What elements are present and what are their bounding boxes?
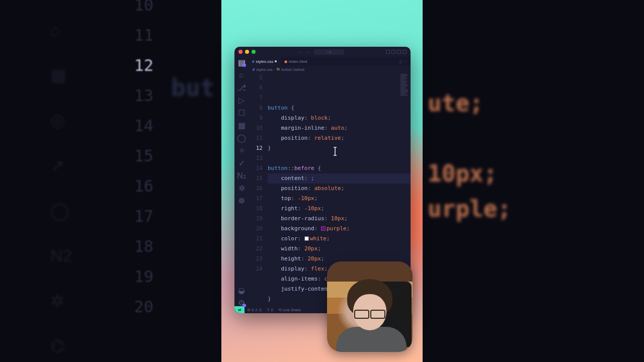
bg-code-fragment-right: ute; 10px;urple;: [428, 85, 511, 226]
layout-icon[interactable]: [403, 50, 407, 54]
activity-run-icon[interactable]: ▷: [238, 97, 245, 104]
tab-bar: #styles.css◆index.html▯⋯: [249, 57, 411, 66]
code-line-10[interactable]: [268, 153, 411, 163]
code-line-6[interactable]: display: block;: [268, 113, 411, 123]
code-line-11[interactable]: button::before {: [268, 163, 411, 173]
problems-status[interactable]: ⊘ 0 ⚠ 0: [245, 308, 264, 312]
nav-back-icon[interactable]: ←: [298, 49, 303, 55]
activity-search-icon[interactable]: ⌕: [238, 71, 245, 78]
code-line-5[interactable]: button {: [268, 103, 411, 113]
code-line-17[interactable]: background: purple;: [268, 224, 411, 234]
bg-code-fragment: but: [171, 75, 215, 100]
html-file-icon: ◆: [284, 59, 287, 64]
close-traffic-light[interactable]: [238, 50, 243, 54]
webcam-overlay: [327, 261, 413, 352]
code-line-13[interactable]: position: absolute;: [268, 184, 411, 194]
code-line-18[interactable]: color: white;: [268, 234, 411, 244]
activity-N2-icon[interactable]: N₂: [238, 172, 245, 179]
activity-settings2-icon[interactable]: ✲: [238, 185, 245, 192]
zoom-traffic-light[interactable]: [252, 50, 256, 54]
layout-controls[interactable]: [386, 50, 407, 54]
breadcrumb-selector[interactable]: button::before: [281, 67, 304, 72]
layout-icon[interactable]: [397, 50, 401, 54]
tab-styles-css[interactable]: #styles.css: [249, 57, 281, 66]
activity-copilot-icon[interactable]: ✧: [238, 147, 245, 154]
code-line-7[interactable]: margin-inline: auto;: [268, 123, 411, 133]
breadcrumb-file[interactable]: styles.css: [256, 67, 273, 72]
activity-github-icon[interactable]: ◯: [238, 134, 245, 141]
activity-remote-icon[interactable]: ☐: [238, 109, 245, 116]
activity-checks-icon[interactable]: ✓: [238, 159, 245, 166]
breadcrumbs[interactable]: # styles.css › ⧉ button::before: [249, 66, 411, 73]
activity-files-icon[interactable]: ▤: [238, 59, 245, 66]
css-file-icon: #: [253, 67, 255, 72]
css-file-icon: #: [252, 59, 254, 64]
code-line-8[interactable]: position: relative;: [268, 133, 411, 143]
activity-account-icon[interactable]: ◒: [238, 287, 245, 294]
selector-icon: ⧉: [277, 67, 280, 72]
search-icon: ⌕: [326, 50, 328, 54]
code-line-14[interactable]: top: -10px;: [268, 194, 411, 204]
nav-forward-icon[interactable]: →: [306, 49, 311, 55]
minimize-traffic-light[interactable]: [245, 50, 249, 54]
layout-icon[interactable]: [391, 50, 395, 54]
dirty-indicator-icon: [275, 60, 277, 62]
window-titlebar[interactable]: ← → ⌕ ts: [234, 47, 411, 57]
tab-label: index.html: [289, 59, 307, 64]
bg-line-numbers: 1011121314151617181920: [128, 0, 153, 322]
split-editor-icon[interactable]: ▯: [399, 59, 401, 64]
background-left-panel: ⌂▦◎↗◯N2✲⌬ 1011121314151617181920 but: [0, 0, 221, 362]
code-line-19[interactable]: width: 20px;: [268, 244, 411, 254]
code-line-12[interactable]: content: ;: [268, 173, 411, 184]
activity-kube-icon[interactable]: ☸: [238, 197, 245, 204]
code-line-15[interactable]: right: -10px;: [268, 204, 411, 214]
ports-status[interactable]: ⇪ 0: [264, 308, 276, 312]
tab-index-html[interactable]: ◆index.html: [281, 57, 311, 66]
search-placeholder: ts: [329, 50, 332, 54]
bg-activity-icons: ⌂▦◎↗◯N2✲⌬: [50, 20, 72, 356]
layout-icon[interactable]: [386, 50, 390, 54]
activity-gear-icon[interactable]: ⚙: [238, 299, 245, 306]
code-line-9[interactable]: }: [268, 143, 411, 153]
line-number-gutter: 56789101112131415161718192021222324: [249, 73, 268, 306]
shirt: [336, 327, 407, 352]
activity-git-icon[interactable]: ⎇: [238, 84, 245, 91]
chevron-right-icon: ›: [274, 67, 276, 72]
activity-extensions-icon[interactable]: ▦: [238, 122, 245, 129]
activity-bar: ▤⌕⎇▷☐▦◯✧✓N₂✲☸◒⚙: [234, 57, 249, 306]
background-right-panel: ute; 10px;urple;: [423, 0, 644, 362]
more-icon[interactable]: ⋯: [404, 59, 408, 64]
tab-label: styles.css: [256, 59, 273, 64]
glasses: [354, 310, 385, 318]
live-share-status[interactable]: ⟲ Live Share: [276, 308, 303, 312]
code-line-16[interactable]: border-radius: 10px;: [268, 214, 411, 224]
command-center-search[interactable]: ⌕ ts: [314, 49, 344, 55]
